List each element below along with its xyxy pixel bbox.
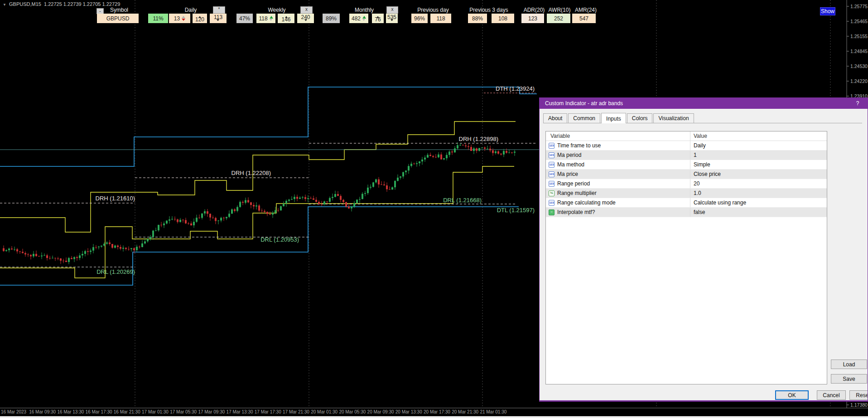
- column-header-value[interactable]: Value: [690, 131, 827, 141]
- candle-body: [266, 212, 268, 214]
- candle-body: [41, 256, 43, 257]
- panel-cell-prev3-1[interactable]: 108: [492, 14, 514, 23]
- param-value[interactable]: Calculate using range: [690, 198, 827, 207]
- candle-body: [429, 155, 431, 156]
- time-axis-label: 16 Mar 17:30: [86, 409, 112, 414]
- param-value[interactable]: 1.0: [690, 189, 827, 198]
- panel-cell-weekly-3[interactable]: 240: [297, 14, 314, 23]
- candle-body: [285, 201, 287, 204]
- panel-cell-adr-0[interactable]: 123: [521, 14, 544, 23]
- candle-body: [506, 151, 507, 153]
- panel-cell-awr-0[interactable]: 252: [547, 14, 570, 23]
- panel-cell-symbol-0[interactable]: GBPUSD: [97, 14, 139, 23]
- param-type-int-icon: 123: [549, 171, 555, 177]
- panel-cell-prevday-1[interactable]: 118: [430, 14, 451, 23]
- panel-cell-monthly-0[interactable]: 89%: [323, 14, 340, 23]
- panel-cell-weekly-1[interactable]: 118: [256, 14, 275, 23]
- param-value[interactable]: 1: [690, 151, 827, 160]
- panel-button-daily[interactable]: *: [213, 6, 225, 14]
- candle-body: [236, 207, 238, 211]
- param-value[interactable]: 20: [690, 179, 827, 188]
- ok-button[interactable]: OK: [775, 390, 809, 400]
- param-value[interactable]: false: [690, 208, 827, 217]
- collapse-triangle-icon[interactable]: ▼: [3, 3, 6, 7]
- candle-body: [139, 247, 140, 247]
- candle-body: [71, 258, 72, 259]
- candle-body: [76, 257, 78, 258]
- param-row[interactable]: 123Range period20: [546, 179, 827, 189]
- candle-body: [125, 248, 127, 249]
- panel-cell-daily-0[interactable]: 11%: [148, 14, 168, 23]
- candle-body: [92, 247, 94, 251]
- panel-cell-daily-1[interactable]: 13: [169, 14, 190, 23]
- time-axis-label: 17 Mar 17:30: [255, 409, 281, 414]
- tab-inputs[interactable]: Inputs: [601, 113, 626, 123]
- candle-body: [416, 163, 418, 164]
- save-button[interactable]: Save: [831, 374, 867, 384]
- panel-header-monthly: Monthly: [355, 7, 374, 13]
- time-axis-label: 17 Mar 21:30: [283, 409, 309, 414]
- panel-cell-weekly-2[interactable]: 146: [278, 14, 294, 23]
- param-row[interactable]: 123Ma priceClose price: [546, 170, 827, 179]
- cancel-button[interactable]: Cancel: [817, 390, 846, 400]
- candle-body: [231, 209, 233, 214]
- param-row[interactable]: 123Ma methodSimple: [546, 160, 827, 170]
- candle-body: [405, 170, 407, 172]
- tab-colors[interactable]: Colors: [627, 113, 653, 123]
- param-name: 123Range period: [546, 179, 690, 188]
- show-button[interactable]: Show: [820, 7, 835, 15]
- candle-body: [5, 250, 7, 251]
- candle-body: [54, 258, 56, 258]
- candle-body: [141, 243, 143, 247]
- panel-header-weekly: Weekly: [268, 7, 285, 13]
- candle-body: [43, 255, 45, 256]
- tab-common[interactable]: Common: [568, 113, 600, 123]
- panel-cell-monthly-1[interactable]: 482: [349, 14, 368, 23]
- tab-visualization[interactable]: Visualization: [653, 113, 694, 123]
- reset-button[interactable]: Reset: [849, 390, 868, 400]
- tab-about[interactable]: About: [543, 113, 567, 123]
- inputs-table[interactable]: Variable Value123Time frame to useDaily1…: [545, 131, 827, 384]
- candle-body: [288, 199, 290, 201]
- candle-body: [117, 246, 119, 247]
- panel-button-monthly[interactable]: x: [386, 6, 398, 14]
- panel-cell-monthly-2[interactable]: 76: [372, 14, 384, 23]
- panel-button-weekly[interactable]: x: [300, 6, 313, 14]
- help-icon[interactable]: ?: [854, 100, 861, 107]
- candle-body: [443, 158, 445, 160]
- param-type-int-icon: 123: [549, 152, 555, 158]
- candle-body: [3, 248, 5, 251]
- band-label: DRH (1.22898): [459, 136, 498, 142]
- candle-body: [109, 243, 111, 244]
- candle-body: [468, 146, 469, 147]
- param-value[interactable]: Daily: [690, 141, 827, 150]
- candle-body: [95, 247, 97, 248]
- param-value[interactable]: Simple: [690, 160, 827, 169]
- param-row[interactable]: ~Interpolate mtf?false: [546, 208, 827, 217]
- load-button[interactable]: Load: [831, 360, 867, 369]
- candle-body: [11, 248, 13, 249]
- candle-body: [220, 218, 222, 220]
- candle-body: [133, 248, 135, 250]
- panel-cell-prev3-0[interactable]: 88%: [468, 14, 487, 23]
- panel-cell-monthly-3[interactable]: 535: [386, 14, 398, 23]
- param-row[interactable]: 123Ma period1: [546, 151, 827, 160]
- column-header-variable[interactable]: Variable: [546, 131, 690, 141]
- panel-cell-daily-2[interactable]: 120: [193, 14, 207, 23]
- candle-body: [302, 197, 304, 198]
- param-value[interactable]: Close price: [690, 170, 827, 179]
- candle-body: [432, 156, 434, 157]
- panel-cell-daily-3[interactable]: 113: [210, 14, 227, 23]
- candle-body: [492, 151, 494, 153]
- dialog-title: Custom Indicator - atr adr bands: [540, 98, 868, 109]
- panel-cell-prevday-0[interactable]: 96%: [411, 14, 428, 23]
- param-row[interactable]: 123Range calculating modeCalculate using…: [546, 198, 827, 208]
- candle-body: [226, 217, 227, 218]
- panel-cell-amr-0[interactable]: 547: [572, 14, 596, 23]
- candle-body: [345, 202, 347, 207]
- candle-body: [448, 151, 450, 155]
- param-name: 123Ma period: [546, 151, 690, 160]
- param-row[interactable]: ½Range multiplier1.0: [546, 189, 827, 198]
- panel-cell-weekly-0[interactable]: 47%: [236, 14, 253, 23]
- param-row[interactable]: 123Time frame to useDaily: [546, 141, 827, 151]
